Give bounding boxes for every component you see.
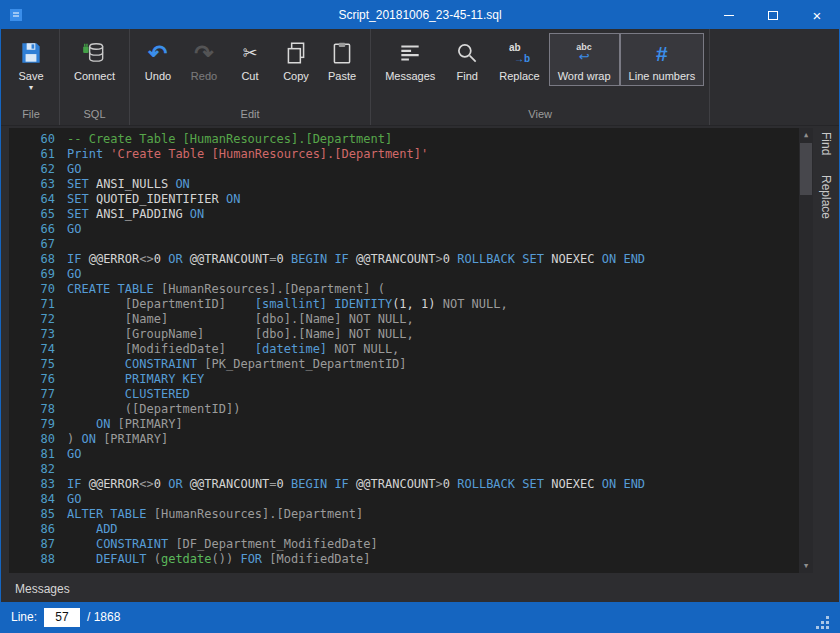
code-line: 81GO <box>9 447 813 462</box>
messages-panel-header[interactable]: Messages <box>1 575 839 602</box>
line-total: / 1868 <box>87 610 120 624</box>
code-text: CONSTRAINT [PK_Department_DepartmentID] <box>67 357 407 372</box>
code-text: GO <box>67 162 81 177</box>
code-text: IF @@ERROR<>0 OR @@TRANCOUNT=0 BEGIN IF … <box>67 477 645 492</box>
word-wrap-toggle[interactable]: abc ↩ Word wrap <box>549 33 620 86</box>
code-text: ON [PRIMARY] <box>67 417 183 432</box>
code-line: 79 ON [PRIMARY] <box>9 417 813 432</box>
code-text: CREATE TABLE [HumanResources].[Departmen… <box>67 282 385 297</box>
code-text: [GroupName] [dbo].[Name] NOT NULL, <box>67 327 414 342</box>
find-replace-side-tab: Find Replace <box>819 126 833 575</box>
cut-button[interactable]: ✂ Cut <box>227 33 273 86</box>
replace-side-tab[interactable]: Replace <box>819 175 833 219</box>
line-number: 62 <box>9 162 67 177</box>
undo-icon: ↶ <box>148 39 167 67</box>
line-number: 71 <box>9 297 67 312</box>
code-line: 72 [Name] [dbo].[Name] NOT NULL, <box>9 312 813 327</box>
word-wrap-icon: abc ↩ <box>576 39 592 67</box>
code-line: 61Print 'Create Table [HumanResources].[… <box>9 147 813 162</box>
save-button[interactable]: Save ▾ <box>8 33 54 96</box>
code-line: 87 CONSTRAINT [DF_Department_ModifiedDat… <box>9 537 813 552</box>
main-area: 60-- Create Table [HumanResources].[Depa… <box>1 126 839 575</box>
line-number: 66 <box>9 222 67 237</box>
database-connect-icon <box>81 39 107 67</box>
undo-button[interactable]: ↶ Undo <box>135 33 181 86</box>
find-button[interactable]: Find <box>444 33 490 86</box>
code-line: 85ALTER TABLE [HumanResources].[Departme… <box>9 507 813 522</box>
code-line: 80) ON [PRIMARY] <box>9 432 813 447</box>
scroll-down-arrow[interactable]: ▼ <box>799 559 813 573</box>
cut-label: Cut <box>241 70 258 82</box>
code-line: 76 PRIMARY KEY <box>9 372 813 387</box>
scroll-up-arrow[interactable]: ▲ <box>799 128 813 142</box>
code-text: [ModifiedDate] [datetime] NOT NULL, <box>67 342 399 357</box>
line-number: 60 <box>9 132 67 147</box>
minimize-button[interactable] <box>707 1 751 29</box>
ribbon-toolbar: Save ▾ File Connect SQL ↶ U <box>1 29 839 126</box>
copy-button[interactable]: Copy <box>273 33 319 86</box>
code-lines: 60-- Create Table [HumanResources].[Depa… <box>9 128 813 567</box>
minimize-icon <box>724 15 734 16</box>
code-text: ADD <box>67 522 118 537</box>
replace-button[interactable]: ab →b Replace <box>490 33 548 86</box>
messages-button[interactable]: Messages <box>376 33 444 86</box>
code-line: 70CREATE TABLE [HumanResources].[Departm… <box>9 282 813 297</box>
close-button[interactable]: × <box>795 1 839 29</box>
resize-grip[interactable] <box>816 616 829 629</box>
code-line: 60-- Create Table [HumanResources].[Depa… <box>9 132 813 147</box>
code-text: [Name] [dbo].[Name] NOT NULL, <box>67 312 414 327</box>
line-number: 86 <box>9 522 67 537</box>
line-number-input[interactable] <box>44 608 80 627</box>
ribbon-group-edit: ↶ Undo ↷ Redo ✂ Cut Copy <box>130 29 371 125</box>
line-number: 87 <box>9 537 67 552</box>
connect-button[interactable]: Connect <box>65 33 124 86</box>
editor-frame: 60-- Create Table [HumanResources].[Depa… <box>1 126 813 575</box>
maximize-icon <box>768 11 778 20</box>
code-line: 66GO <box>9 222 813 237</box>
status-bar: Line: / 1868 <box>1 602 839 632</box>
code-line: 63SET ANSI_NULLS ON <box>9 177 813 192</box>
find-side-tab[interactable]: Find <box>819 132 833 155</box>
line-number: 84 <box>9 492 67 507</box>
cut-icon: ✂ <box>242 39 257 67</box>
window-controls: × <box>707 1 839 29</box>
code-editor[interactable]: 60-- Create Table [HumanResources].[Depa… <box>9 128 813 573</box>
vertical-scrollbar[interactable]: ▲ ▼ <box>799 128 813 573</box>
save-label: Save <box>18 70 43 82</box>
group-label-edit: Edit <box>133 105 367 125</box>
code-text: ) ON [PRIMARY] <box>67 432 168 447</box>
code-line: 67 <box>9 237 813 252</box>
line-number: 85 <box>9 507 67 522</box>
code-text: SET QUOTED_IDENTIFIER ON <box>67 192 240 207</box>
line-numbers-icon: # <box>656 39 668 67</box>
code-text: [DepartmentID] [smallint] IDENTITY(1, 1)… <box>67 297 508 312</box>
code-line: 88 DEFAULT (getdate()) FOR [ModifiedDate… <box>9 552 813 567</box>
code-line: 62GO <box>9 162 813 177</box>
paste-button[interactable]: Paste <box>319 33 365 86</box>
line-number: 61 <box>9 147 67 162</box>
code-text: IF @@ERROR<>0 OR @@TRANCOUNT=0 BEGIN IF … <box>67 252 645 267</box>
code-text: DEFAULT (getdate()) FOR [ModifiedDate] <box>67 552 370 567</box>
group-label-view: View <box>374 105 706 125</box>
find-icon <box>454 39 480 67</box>
scrollbar-thumb[interactable] <box>800 143 812 195</box>
line-number: 67 <box>9 237 67 252</box>
line-number: 78 <box>9 402 67 417</box>
paste-icon <box>329 39 355 67</box>
code-line: 69GO <box>9 267 813 282</box>
line-number: 68 <box>9 252 67 267</box>
code-text: SET ANSI_NULLS ON <box>67 177 190 192</box>
undo-label: Undo <box>145 70 171 82</box>
code-text: GO <box>67 447 81 462</box>
maximize-button[interactable] <box>751 1 795 29</box>
line-number: 82 <box>9 462 67 477</box>
code-text: Print 'Create Table [HumanResources].[De… <box>67 147 428 162</box>
code-line: 84GO <box>9 492 813 507</box>
save-dropdown-caret[interactable]: ▾ <box>29 84 33 92</box>
redo-button: ↷ Redo <box>181 33 227 86</box>
code-text: CLUSTERED <box>67 387 190 402</box>
line-number: 81 <box>9 447 67 462</box>
code-line: 64SET QUOTED_IDENTIFIER ON <box>9 192 813 207</box>
side-panel-strip: Find Replace <box>813 126 839 575</box>
line-numbers-toggle[interactable]: # Line numbers <box>620 33 705 86</box>
